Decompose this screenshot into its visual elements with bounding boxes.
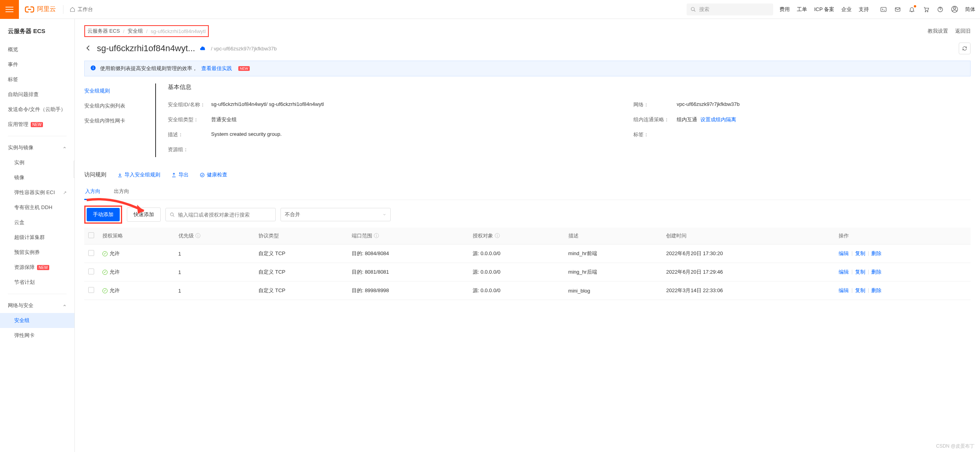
back-button[interactable] [84,44,92,53]
message-icon[interactable] [894,6,901,13]
top-action-icons: 简体 [875,6,980,13]
notification-icon[interactable] [908,6,915,13]
set-isolation-link[interactable]: 设置成组内隔离 [700,117,736,122]
info-banner: 使用前缀列表提高安全组规则管理的效率， 查看最佳实践 NEW [84,61,971,76]
workbench-link[interactable]: 工作台 [65,6,98,13]
delete-link[interactable]: 删除 [871,269,882,276]
select-all-checkbox[interactable] [88,232,94,238]
top-link-enterprise[interactable]: 企业 [841,6,852,13]
svg-point-15 [200,173,204,177]
chevron-up-icon [63,146,67,150]
table-row: ✓允许1自定义 TCP目的: 8081/8081源: 0.0.0.0/0ming… [84,263,971,282]
info-tip-icon[interactable]: ⓘ [495,233,500,239]
sidebar-item-reserved[interactable]: 预留实例券 [0,245,74,260]
import-rules-link[interactable]: 导入安全组规则 [117,171,160,178]
sidebar-item-app-manage[interactable]: 应用管理NEW [0,117,74,132]
sidebar-group-instances[interactable]: 实例与镜像 [0,140,74,155]
copy-link[interactable]: 复制 [855,269,865,276]
sidebar-item-cloudbox[interactable]: 云盒 [0,215,74,230]
breadcrumb-ecs[interactable]: 云服务器 ECS [87,28,120,35]
tab-outbound[interactable]: 出方向 [113,184,130,200]
edit-link[interactable]: 编辑 [839,269,849,276]
table-row: ✓允许1自定义 TCP目的: 8998/8998源: 0.0.0.0/0mini… [84,282,971,300]
status-badge: ✓允许 [102,250,120,257]
top-link-icp[interactable]: ICP 备案 [814,6,834,13]
account-icon[interactable] [951,6,958,13]
brand-logo[interactable]: 阿里云 [19,4,61,15]
content-area: 云服务器 ECS / 安全组 / sg-uf6ckzrhi1of84n4wytl… [75,19,980,452]
row-checkbox[interactable] [88,269,94,274]
info-tip-icon[interactable]: ⓘ [195,233,200,239]
refresh-button[interactable] [959,43,971,54]
cart-icon[interactable] [922,6,930,13]
global-search[interactable]: 搜索 [687,4,773,15]
export-rules-link[interactable]: 导出 [171,171,189,178]
sidebar-product-title: 云服务器 ECS [0,19,74,42]
svg-point-7 [925,11,926,12]
teach-me-link[interactable]: 教我设置 [928,28,948,35]
health-check-link[interactable]: 健康检查 [200,171,227,178]
svg-point-16 [171,213,174,216]
rule-search-input[interactable] [165,208,276,221]
divider [63,5,63,14]
top-link-support[interactable]: 支持 [859,6,869,13]
best-practice-link[interactable]: 查看最佳实践 [201,65,232,72]
language-selector[interactable]: 简体 [965,6,975,13]
copy-link[interactable]: 复制 [855,287,865,294]
quick-add-button[interactable]: 快速添加 [127,207,161,222]
copy-link[interactable]: 复制 [855,250,865,257]
sg-description: System created security group. [211,131,282,138]
tab-inbound[interactable]: 入方向 [84,184,101,200]
detail-nav-rules[interactable]: 安全组规则 [84,83,143,98]
home-icon [70,7,75,12]
menu-icon [6,6,13,13]
sidebar-item-savings-plan[interactable]: 节省计划 [0,275,74,290]
sidebar-item-self-troubleshoot[interactable]: 自助问题排查 [0,87,74,102]
search-icon [690,7,696,12]
sidebar-item-instances[interactable]: 实例 [0,155,74,170]
row-checkbox[interactable] [88,250,94,256]
manual-add-button[interactable]: 手动添加 [87,208,120,221]
hamburger-menu[interactable] [0,0,19,19]
back-old-link[interactable]: 返回旧 [955,28,971,35]
sidebar-item-hpc[interactable]: 超级计算集群 [0,230,74,245]
network-val: vpc-uf66zszk97r7jkfkbw37b [677,101,740,108]
delete-link[interactable]: 删除 [871,250,882,257]
col-priority: 优先级ⓘ [174,228,254,245]
vpc-link[interactable]: / vpc-uf66zszk97r7jkfkbw37b [211,46,277,52]
svg-line-4 [694,10,696,11]
detail-nav-eni[interactable]: 安全组内弹性网卡 [84,113,143,128]
new-badge: NEW [238,66,250,71]
svg-rect-2 [6,11,13,12]
cloud-icon [200,45,206,52]
sidebar-group-network[interactable]: 网络与安全 [0,298,74,313]
annotation-highlight: 手动添加 [84,206,122,224]
cloudshell-icon[interactable] [880,6,887,13]
top-nav-links: 费用 工单 ICP 备案 企业 支持 [773,6,875,13]
sidebar-item-images[interactable]: 镜像 [0,170,74,185]
sidebar-item-security-group[interactable]: 安全组 [0,313,74,328]
col-time: 创建时间 [662,228,835,245]
sidebar-item-send-command[interactable]: 发送命令/文件（云助手） [0,102,74,117]
top-link-ticket[interactable]: 工单 [797,6,807,13]
delete-link[interactable]: 删除 [871,287,882,294]
breadcrumb-sg[interactable]: 安全组 [128,28,143,35]
merge-select[interactable]: 不合并 [280,208,391,221]
row-checkbox[interactable] [88,287,94,293]
sidebar-item-eci[interactable]: 弹性容器实例 ECI↗ [0,185,74,200]
sg-type: 普通安全组 [211,116,237,123]
sidebar-item-overview[interactable]: 概览 [0,42,74,57]
sidebar-item-eni[interactable]: 弹性网卡 [0,328,74,343]
col-ops: 操作 [835,228,971,245]
sidebar-item-tags[interactable]: 标签 [0,72,74,87]
edit-link[interactable]: 编辑 [839,250,849,257]
sidebar-item-ddh[interactable]: 专有宿主机 DDH [0,200,74,215]
info-tip-icon[interactable]: ⓘ [374,233,379,239]
sidebar-item-resource-assurance[interactable]: 资源保障NEW [0,260,74,275]
help-icon[interactable] [937,6,944,13]
detail-nav-instances[interactable]: 安全组内实例列表 [84,98,143,113]
edit-link[interactable]: 编辑 [839,287,849,294]
svg-rect-1 [6,9,13,10]
sidebar-item-events[interactable]: 事件 [0,57,74,72]
top-link-fee[interactable]: 费用 [780,6,790,13]
